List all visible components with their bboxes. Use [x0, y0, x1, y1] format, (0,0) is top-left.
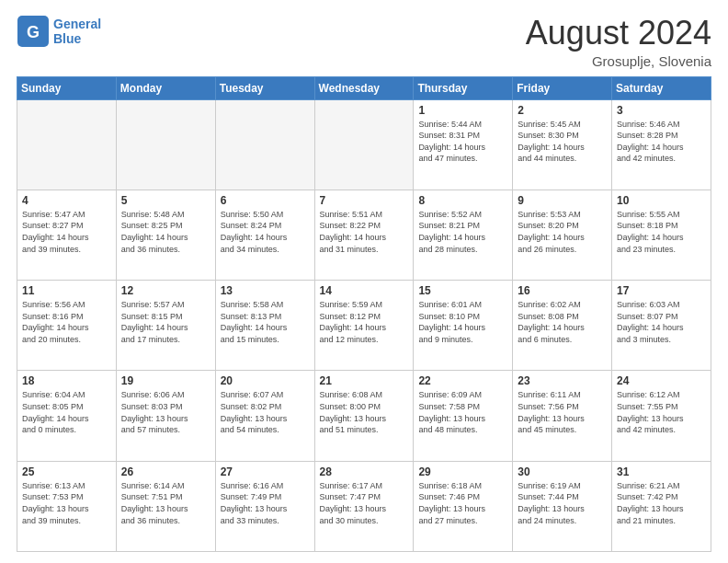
day-info: Sunrise: 5:59 AM Sunset: 8:12 PM Dayligh…	[320, 299, 409, 345]
logo-icon: G	[17, 15, 50, 48]
day-info: Sunrise: 5:45 AM Sunset: 8:30 PM Dayligh…	[518, 119, 607, 165]
table-row: 29Sunrise: 6:18 AM Sunset: 7:46 PM Dayli…	[414, 461, 513, 551]
table-row: 12Sunrise: 5:57 AM Sunset: 8:15 PM Dayli…	[116, 281, 215, 371]
day-info: Sunrise: 6:14 AM Sunset: 7:51 PM Dayligh…	[121, 480, 210, 526]
table-row: 31Sunrise: 6:21 AM Sunset: 7:42 PM Dayli…	[612, 461, 711, 551]
table-row	[17, 99, 117, 190]
col-wednesday: Wednesday	[314, 76, 414, 99]
col-saturday: Saturday	[612, 76, 711, 99]
day-info: Sunrise: 6:11 AM Sunset: 7:56 PM Dayligh…	[518, 389, 607, 435]
calendar-week-row: 25Sunrise: 6:13 AM Sunset: 7:53 PM Dayli…	[17, 461, 711, 551]
day-number: 15	[418, 284, 507, 297]
table-row	[116, 99, 215, 190]
day-number: 12	[121, 284, 210, 297]
day-info: Sunrise: 5:55 AM Sunset: 8:18 PM Dayligh…	[617, 209, 706, 255]
day-info: Sunrise: 6:03 AM Sunset: 8:07 PM Dayligh…	[617, 299, 706, 345]
calendar-table: Sunday Monday Tuesday Wednesday Thursday…	[17, 76, 711, 552]
day-number: 18	[22, 374, 111, 387]
day-number: 6	[221, 194, 310, 207]
table-row: 28Sunrise: 6:17 AM Sunset: 7:47 PM Dayli…	[314, 461, 414, 551]
day-number: 14	[320, 284, 409, 297]
table-row: 19Sunrise: 6:06 AM Sunset: 8:03 PM Dayli…	[116, 371, 215, 461]
col-sunday: Sunday	[17, 76, 117, 99]
table-row: 2Sunrise: 5:45 AM Sunset: 8:30 PM Daylig…	[513, 99, 612, 190]
table-row: 14Sunrise: 5:59 AM Sunset: 8:12 PM Dayli…	[314, 281, 414, 371]
day-number: 16	[518, 284, 607, 297]
table-row: 26Sunrise: 6:14 AM Sunset: 7:51 PM Dayli…	[116, 461, 215, 551]
day-info: Sunrise: 6:02 AM Sunset: 8:08 PM Dayligh…	[518, 299, 607, 345]
table-row: 30Sunrise: 6:19 AM Sunset: 7:44 PM Dayli…	[513, 461, 612, 551]
page: G General Blue August 2024 Grosuplje, Sl…	[0, 0, 728, 563]
day-number: 3	[617, 104, 706, 117]
day-number: 4	[22, 194, 111, 207]
day-number: 26	[121, 465, 210, 478]
table-row: 18Sunrise: 6:04 AM Sunset: 8:05 PM Dayli…	[17, 371, 117, 461]
day-info: Sunrise: 6:21 AM Sunset: 7:42 PM Dayligh…	[617, 480, 706, 526]
logo: G General Blue	[17, 15, 101, 48]
day-number: 24	[617, 374, 706, 387]
col-thursday: Thursday	[414, 76, 513, 99]
table-row: 9Sunrise: 5:53 AM Sunset: 8:20 PM Daylig…	[513, 190, 612, 280]
day-number: 23	[518, 374, 607, 387]
table-row: 3Sunrise: 5:46 AM Sunset: 8:28 PM Daylig…	[612, 99, 711, 190]
day-info: Sunrise: 5:56 AM Sunset: 8:16 PM Dayligh…	[22, 299, 111, 345]
day-number: 17	[617, 284, 706, 297]
day-info: Sunrise: 6:16 AM Sunset: 7:49 PM Dayligh…	[221, 480, 310, 526]
table-row: 16Sunrise: 6:02 AM Sunset: 8:08 PM Dayli…	[513, 281, 612, 371]
header: G General Blue August 2024 Grosuplje, Sl…	[17, 15, 711, 69]
table-row: 20Sunrise: 6:07 AM Sunset: 8:02 PM Dayli…	[215, 371, 314, 461]
table-row: 13Sunrise: 5:58 AM Sunset: 8:13 PM Dayli…	[215, 281, 314, 371]
table-row: 1Sunrise: 5:44 AM Sunset: 8:31 PM Daylig…	[414, 99, 513, 190]
day-info: Sunrise: 6:12 AM Sunset: 7:55 PM Dayligh…	[617, 389, 706, 435]
month-title: August 2024	[526, 15, 711, 52]
table-row: 4Sunrise: 5:47 AM Sunset: 8:27 PM Daylig…	[17, 190, 117, 280]
day-info: Sunrise: 6:17 AM Sunset: 7:47 PM Dayligh…	[320, 480, 409, 526]
svg-text:G: G	[27, 23, 40, 41]
day-number: 27	[221, 465, 310, 478]
day-number: 9	[518, 194, 607, 207]
table-row: 23Sunrise: 6:11 AM Sunset: 7:56 PM Dayli…	[513, 371, 612, 461]
day-info: Sunrise: 6:19 AM Sunset: 7:44 PM Dayligh…	[518, 480, 607, 526]
day-number: 19	[121, 374, 210, 387]
col-monday: Monday	[116, 76, 215, 99]
table-row: 21Sunrise: 6:08 AM Sunset: 8:00 PM Dayli…	[314, 371, 414, 461]
day-number: 31	[617, 465, 706, 478]
col-friday: Friday	[513, 76, 612, 99]
day-number: 1	[418, 104, 507, 117]
day-number: 21	[320, 374, 409, 387]
day-info: Sunrise: 6:09 AM Sunset: 7:58 PM Dayligh…	[418, 389, 507, 435]
table-row: 22Sunrise: 6:09 AM Sunset: 7:58 PM Dayli…	[414, 371, 513, 461]
day-number: 2	[518, 104, 607, 117]
table-row: 11Sunrise: 5:56 AM Sunset: 8:16 PM Dayli…	[17, 281, 117, 371]
table-row: 25Sunrise: 6:13 AM Sunset: 7:53 PM Dayli…	[17, 461, 117, 551]
day-info: Sunrise: 5:57 AM Sunset: 8:15 PM Dayligh…	[121, 299, 210, 345]
day-info: Sunrise: 6:04 AM Sunset: 8:05 PM Dayligh…	[22, 389, 111, 435]
day-number: 10	[617, 194, 706, 207]
day-number: 20	[221, 374, 310, 387]
day-info: Sunrise: 6:13 AM Sunset: 7:53 PM Dayligh…	[22, 480, 111, 526]
table-row: 10Sunrise: 5:55 AM Sunset: 8:18 PM Dayli…	[612, 190, 711, 280]
table-row: 17Sunrise: 6:03 AM Sunset: 8:07 PM Dayli…	[612, 281, 711, 371]
day-number: 7	[320, 194, 409, 207]
calendar-week-row: 1Sunrise: 5:44 AM Sunset: 8:31 PM Daylig…	[17, 99, 711, 190]
day-number: 22	[418, 374, 507, 387]
day-info: Sunrise: 5:47 AM Sunset: 8:27 PM Dayligh…	[22, 209, 111, 255]
day-number: 29	[418, 465, 507, 478]
table-row	[215, 99, 314, 190]
day-number: 13	[221, 284, 310, 297]
day-info: Sunrise: 6:01 AM Sunset: 8:10 PM Dayligh…	[418, 299, 507, 345]
day-number: 25	[22, 465, 111, 478]
day-info: Sunrise: 5:51 AM Sunset: 8:22 PM Dayligh…	[320, 209, 409, 255]
day-info: Sunrise: 6:07 AM Sunset: 8:02 PM Dayligh…	[221, 389, 310, 435]
day-info: Sunrise: 6:18 AM Sunset: 7:46 PM Dayligh…	[418, 480, 507, 526]
calendar-week-row: 4Sunrise: 5:47 AM Sunset: 8:27 PM Daylig…	[17, 190, 711, 280]
day-number: 30	[518, 465, 607, 478]
day-info: Sunrise: 5:58 AM Sunset: 8:13 PM Dayligh…	[221, 299, 310, 345]
day-info: Sunrise: 6:06 AM Sunset: 8:03 PM Dayligh…	[121, 389, 210, 435]
day-info: Sunrise: 5:48 AM Sunset: 8:25 PM Dayligh…	[121, 209, 210, 255]
col-tuesday: Tuesday	[215, 76, 314, 99]
day-number: 8	[418, 194, 507, 207]
location: Grosuplje, Slovenia	[526, 53, 711, 69]
table-row: 8Sunrise: 5:52 AM Sunset: 8:21 PM Daylig…	[414, 190, 513, 280]
table-row	[314, 99, 414, 190]
